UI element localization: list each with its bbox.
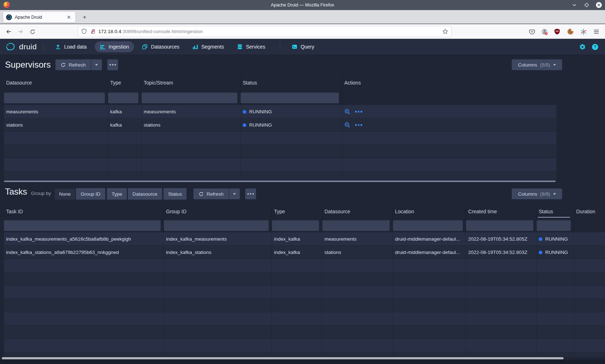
filter-task-id-input[interactable] [4, 220, 161, 231]
upload-icon [55, 44, 61, 50]
filter-created-time-input[interactable] [466, 220, 533, 231]
column-header[interactable]: Group ID [164, 204, 272, 219]
table-row[interactable]: index_kafka_stations_a9a679b22795b63_nnk… [4, 246, 605, 259]
column-header[interactable]: Topic/Stream [142, 75, 241, 90]
cell-type: index_kafka [272, 246, 322, 259]
filter-type-input[interactable] [272, 220, 319, 231]
column-header[interactable]: Datasource [322, 204, 393, 219]
columns-count: (5/5) [540, 62, 550, 68]
filter-location-input[interactable] [393, 220, 463, 231]
row-more-icon[interactable] [355, 124, 362, 126]
status-dot [539, 237, 542, 241]
empty-row [4, 259, 605, 272]
page-horizontal-scrollbar[interactable] [2, 357, 564, 359]
cell-type: index_kafka [272, 232, 322, 246]
row-more-icon[interactable] [355, 111, 362, 113]
forward-icon[interactable] [16, 27, 25, 36]
column-header[interactable]: Created time [466, 204, 537, 219]
columns-count: (9/9) [540, 191, 550, 197]
druid-favicon [6, 14, 12, 20]
filter-datasource-input[interactable] [322, 220, 390, 231]
column-header[interactable]: Actions [342, 75, 556, 90]
account-extension-icon[interactable] [540, 27, 549, 36]
close-icon[interactable] [595, 1, 603, 9]
nav-load-data[interactable]: Load data [50, 41, 91, 52]
group-by-none-button[interactable]: None [54, 188, 75, 200]
column-header[interactable]: Task ID [4, 204, 164, 219]
filter-group-id-input[interactable] [164, 220, 269, 231]
magnify-details-icon[interactable] [344, 109, 351, 115]
nav-ingestion[interactable]: Ingestion [95, 41, 134, 52]
druid-logo-icon [6, 42, 17, 51]
empty-row [4, 272, 605, 286]
filter-status-input[interactable] [241, 92, 339, 103]
tasks-title: Tasks [5, 187, 27, 197]
ellipsis-icon [247, 193, 254, 195]
nav-services[interactable]: Services [232, 41, 270, 52]
cell-topic: measurements [142, 105, 241, 118]
nav-segments[interactable]: Segments [187, 41, 229, 52]
settings-gear-icon[interactable] [579, 44, 586, 50]
window-title: Apache Druid — Mozilla Firefox [0, 3, 605, 8]
supervisors-table-body: measurements kafka measurements RUNNING … [0, 105, 605, 180]
shield-icon[interactable] [81, 28, 87, 35]
maximize-icon[interactable] [583, 1, 591, 9]
new-tab-button[interactable]: + [80, 13, 89, 22]
tasks-more-button[interactable] [245, 188, 256, 199]
group-by-group-id-button[interactable]: Group ID [76, 188, 105, 200]
multicolor-asterisk-icon[interactable] [579, 27, 588, 36]
table-row[interactable]: measurements kafka measurements RUNNING [4, 105, 556, 118]
filter-datasource-input[interactable] [4, 92, 105, 103]
nav-query[interactable]: Query [287, 41, 319, 52]
filter-topic-input[interactable] [142, 92, 237, 103]
group-by-status-button[interactable]: Status [163, 188, 187, 200]
filter-type-input[interactable] [108, 92, 138, 103]
column-header[interactable]: Datasource [4, 75, 108, 90]
table-row[interactable]: stations kafka stations RUNNING [4, 118, 556, 132]
magnify-details-icon[interactable] [344, 122, 351, 128]
back-icon[interactable] [4, 27, 13, 36]
tab-close-icon[interactable]: ✕ [65, 14, 72, 21]
browser-tab[interactable]: Apache Druid ✕ [3, 12, 76, 23]
tasks-columns-button[interactable]: Columns (9/9) [512, 188, 562, 199]
group-by-datasource-button[interactable]: Datasource [128, 188, 162, 200]
help-icon[interactable]: ? [592, 44, 599, 50]
insecure-lock-icon[interactable] [90, 28, 96, 35]
refresh-label: Refresh [69, 62, 86, 68]
cell-group-id: index_kafka_stations [164, 246, 272, 259]
column-header[interactable]: Duration [574, 204, 605, 219]
druid-logo[interactable]: druid [6, 42, 37, 51]
refresh-label: Refresh [207, 191, 224, 197]
column-header[interactable]: Location [393, 204, 466, 219]
ublock-icon[interactable]: UO [552, 27, 562, 36]
tasks-refresh-button[interactable]: Refresh [193, 188, 229, 199]
supervisors-more-button[interactable] [107, 59, 118, 70]
empty-row [4, 339, 605, 352]
minimize-icon[interactable] [570, 1, 578, 9]
column-header[interactable]: Type [272, 204, 322, 219]
column-header-sorted[interactable]: Status [537, 204, 574, 219]
reload-icon[interactable] [28, 27, 37, 36]
cell-status: RUNNING [241, 105, 342, 118]
columns-label: Columns [518, 62, 537, 68]
column-header[interactable]: Type [108, 75, 142, 90]
table-row[interactable]: index_kafka_measurements_a5616c5ba8afb8b… [4, 232, 605, 246]
group-by-type-button[interactable]: Type [107, 188, 127, 200]
supervisors-refresh-dropdown[interactable] [91, 59, 102, 70]
menu-hamburger-icon[interactable] [592, 27, 601, 36]
supervisors-horizontal-scrollbar[interactable] [4, 181, 556, 182]
tasks-refresh-dropdown[interactable] [229, 188, 240, 199]
bookmark-star-icon[interactable] [442, 28, 448, 35]
filter-status-input[interactable] [537, 220, 571, 231]
status-badge: RUNNING [545, 236, 568, 242]
column-header[interactable]: Status [241, 75, 342, 90]
nav-datasources[interactable]: Datasources [137, 41, 184, 52]
supervisors-refresh-button[interactable]: Refresh [55, 59, 91, 70]
cookie-icon[interactable] [566, 27, 575, 36]
url-host: 172.18.0.4 [98, 29, 121, 34]
pocket-icon[interactable] [527, 27, 537, 36]
url-bar[interactable]: 172.18.0.4:30899/unified-console.html#in… [78, 26, 452, 37]
cell-actions [342, 105, 556, 118]
cell-type: kafka [108, 105, 142, 118]
supervisors-columns-button[interactable]: Columns (5/5) [512, 59, 562, 70]
